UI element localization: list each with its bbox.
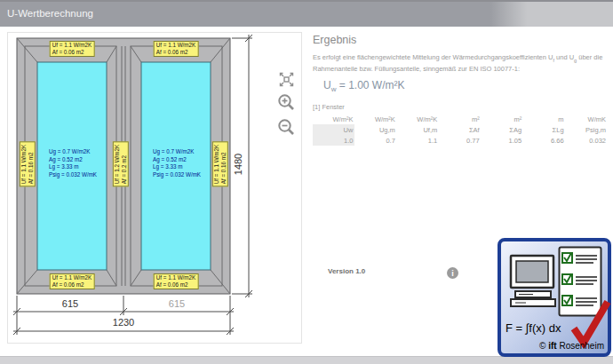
ift-rosenheim-logo: F = ∫f(x) dx © ift Rosenheim: [498, 238, 611, 357]
glass-values-left: Ug = 0.7 W/m2KAg = 0.52 m2 Lg = 3.33 mPs…: [49, 148, 97, 178]
frame-label-top-left: Uf = 1.1 W/m2KAf = 0.06 m2: [50, 41, 95, 57]
table-unit: W/m²K: [313, 114, 354, 124]
table-unit: W/m²K: [354, 114, 396, 124]
table-value: 0.032: [566, 135, 608, 146]
table-value: 0.77: [439, 135, 481, 146]
footer-bar: [0, 356, 613, 364]
table-unit: W/m²K: [397, 114, 439, 124]
table-header: ΣAf: [439, 124, 481, 135]
glass-values-right: Ug = 0.7 W/m2KAg = 0.52 m2 Lg = 3.33 mPs…: [153, 148, 201, 178]
table-value: 1.0: [313, 135, 354, 146]
logo-copyright: © ift Rosenheim: [539, 341, 604, 351]
result-table: W/m²K W/m²K W/m²K m² m² m W/mK Uw Ug,m U…: [313, 114, 608, 146]
window-drawing: [8, 33, 303, 343]
frame-label-bottom-right: Uf = 1.1 W/m2KAf = 0.06 m2: [154, 273, 199, 289]
table-value: 1.05: [482, 135, 523, 146]
diagram-panel: Uf = 1.1 W/m2KAf = 0.06 m2 Uf = 1.1 W/m2…: [7, 32, 302, 344]
frame-label-left: Uf = 1.1 W/m2KAf = 0.16 m2: [20, 142, 36, 187]
result-table-caption: [1] Fenster: [313, 103, 608, 111]
dimension-width-right: 615: [169, 298, 185, 309]
frame-label-top-right: Uf = 1.1 W/m2KAf = 0.06 m2: [154, 41, 199, 57]
page-title: U-Wertberechnung: [7, 8, 93, 19]
frame-label-center-mullion: Uf = 1.2 W/m2KAf = 0.2 m2: [113, 142, 129, 187]
fit-to-screen-icon[interactable]: [279, 72, 294, 87]
table-unit: m²: [439, 114, 481, 124]
table-header: Ug,m: [354, 124, 396, 135]
table-header: ΣAg: [482, 124, 523, 135]
app-window: U-Wertberechnung: [0, 0, 613, 364]
formula-text: F = ∫f(x) dx: [506, 321, 561, 335]
frame-label-bottom-left: Uf = 1.1 W/m2KAf = 0.06 m2: [50, 273, 95, 289]
table-header: ΣLg: [523, 124, 565, 135]
table-value: 1.1: [397, 135, 439, 146]
version-label: Version 1.0: [328, 267, 365, 275]
dimension-width-total: 1230: [113, 317, 134, 328]
frame-label-right: Uf = 1.1 W/m2KAf = 0.16 m2: [212, 142, 228, 187]
computer-icon: [508, 254, 558, 307]
zoom-out-icon[interactable]: [277, 118, 296, 137]
table-header: Uf,m: [397, 124, 439, 135]
table-unit: m²: [482, 114, 523, 124]
info-icon[interactable]: i: [447, 267, 458, 279]
result-heading: Ergebnis: [313, 34, 608, 46]
table-header: Uw: [313, 124, 354, 135]
dimension-height: 1480: [233, 154, 243, 175]
table-value: 0.7: [354, 135, 396, 146]
title-bar: U-Wertberechnung: [0, 0, 613, 27]
table-unit: m: [523, 114, 565, 124]
table-unit: W/mK: [566, 114, 608, 124]
view-tools: [277, 72, 296, 137]
zoom-in-icon[interactable]: [277, 93, 296, 112]
table-value: 6.66: [523, 135, 565, 146]
result-description: Es erfolgt eine flächengewichtete Mittel…: [313, 52, 608, 74]
dimension-width-left: 615: [62, 298, 78, 309]
uw-result-value: Uw = 1.00 W/m²K: [323, 79, 608, 93]
table-header: Psig,m: [566, 124, 608, 135]
